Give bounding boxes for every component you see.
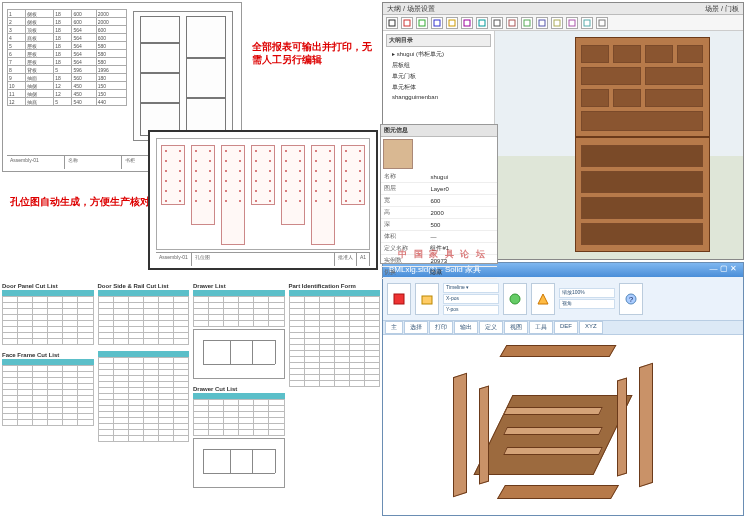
window-titlebar: 大纲 / 场景设置 场景 / 门板 [383,3,743,15]
parts-table: 1侧板1860020002侧板1860020003顶板185646004底板18… [7,9,127,149]
solid-tab[interactable]: 定义 [479,321,503,334]
ribbon-button-view2[interactable] [531,283,555,315]
hole-grid [156,138,370,250]
title-left: 大纲 / 场景设置 [387,4,435,13]
solid-viewport[interactable] [383,335,743,515]
window-controls[interactable]: — ▢ ✕ [710,264,737,276]
title-right: 场景 / 门板 [705,4,739,13]
ribbon-combo-timeline[interactable]: Timeline ▾ [443,283,499,293]
svg-rect-11 [554,20,560,26]
ribbon-button-help[interactable]: ? [619,283,643,315]
cut-list-section: Drawer Cut List [193,385,285,488]
mini-drawing [193,438,285,488]
mini-drawing [193,329,285,379]
solid-tab[interactable]: 视图 [504,321,528,334]
solid-tabs: 主选择打印输出定义视图工具DEFXYZ [383,321,743,335]
ribbon-field-y[interactable]: Y-pos [443,305,499,315]
svg-rect-10 [539,20,545,26]
ribbon-field-x[interactable]: X-pos [443,294,499,304]
entity-info-panel[interactable]: 图元信息 名称shugui图层Layer0宽600高2000深500体积—定义名… [380,124,498,264]
cut-list-section: Door Side & Rail Cut List [98,282,190,345]
cut-list-section [98,351,190,442]
svg-rect-0 [389,20,395,26]
line-tool[interactable] [401,17,413,29]
cut-list-section: Face Frame Cut List [2,351,94,426]
move-tool[interactable] [476,17,488,29]
svg-rect-4 [449,20,455,26]
solid-tab[interactable]: 输出 [454,321,478,334]
outliner-header: 大纲目录 [386,34,491,47]
annotation-hole-auto: 孔位图自动生成，方便生产核对 [10,195,150,209]
rect-tool[interactable] [416,17,428,29]
outliner-item[interactable]: shangguimenban [386,93,491,101]
svg-rect-12 [569,20,575,26]
svg-rect-1 [404,20,410,26]
svg-marker-18 [538,294,548,304]
push-tool[interactable] [461,17,473,29]
drawing-sheet-hole-positions: Assembly-01 孔位图 批准人 A1 [148,130,378,270]
outliner-item[interactable]: 层板组 [386,60,491,71]
ribbon-button-new[interactable] [387,283,411,315]
svg-rect-6 [479,20,485,26]
arc-tool[interactable] [446,17,458,29]
cabinet-model[interactable] [575,37,710,252]
ribbon-field-angle[interactable]: 视角 [559,299,615,309]
svg-rect-13 [584,20,590,26]
cut-list-section: Door Panel Cut List [2,282,94,345]
svg-point-17 [510,294,520,304]
solid-tab[interactable]: 主 [385,321,403,334]
annotation-output-print: 全部报表可输出并打印，无需人工另行编辑 [252,40,372,66]
solid-tab[interactable]: DEF [554,321,578,334]
scale-tool[interactable] [506,17,518,29]
toolbar [383,15,743,31]
svg-rect-15 [394,294,404,304]
outliner-item[interactable]: 单元柜体 [386,82,491,93]
rotate-tool[interactable] [491,17,503,29]
outliner-item[interactable]: ▸ shugui (书柜单元) [386,49,491,60]
pan-tool[interactable] [581,17,593,29]
select-tool[interactable] [386,17,398,29]
svg-rect-14 [599,20,605,26]
svg-rect-8 [509,20,515,26]
ribbon-field-zoom[interactable]: 缩放100% [559,288,615,298]
svg-rect-9 [524,20,530,26]
svg-rect-3 [434,20,440,26]
outliner-item[interactable]: 单元门板 [386,71,491,82]
circle-tool[interactable] [431,17,443,29]
solid-window: BMLxlg.sld(1) - Solid 家具 — ▢ ✕ Timeline … [382,262,744,516]
cut-lists-region: Door Panel Cut List Face Frame Cut List … [2,282,380,514]
watermark-text: 中 国 家 具 论 坛 [398,248,487,261]
tape-tool[interactable] [521,17,533,29]
ribbon-button-open[interactable] [415,283,439,315]
elevation-drawing [133,11,233,141]
ribbon-button-view1[interactable] [503,283,527,315]
title-block-2: Assembly-01 孔位图 批准人 A1 [156,252,370,266]
cut-list-section: Drawer List [193,282,285,379]
cut-list-section: Part Identification Form [289,282,381,387]
erase-tool[interactable] [551,17,563,29]
svg-rect-2 [419,20,425,26]
ribbon-toolbar: Timeline ▾ X-pos Y-pos 缩放100% 视角 ? [383,277,743,321]
solid-tab[interactable]: 选择 [404,321,428,334]
zoom-tool[interactable] [596,17,608,29]
solid-tab[interactable]: XYZ [579,321,603,334]
svg-rect-5 [464,20,470,26]
entity-info-header: 图元信息 [381,125,497,137]
orbit-tool[interactable] [566,17,578,29]
svg-rect-16 [422,296,432,304]
entity-thumbnail [383,139,413,169]
svg-rect-7 [494,20,500,26]
solid-tab[interactable]: 工具 [529,321,553,334]
svg-text:?: ? [629,295,634,304]
paint-tool[interactable] [536,17,548,29]
3d-viewport[interactable] [495,31,743,259]
solid-tab[interactable]: 打印 [429,321,453,334]
